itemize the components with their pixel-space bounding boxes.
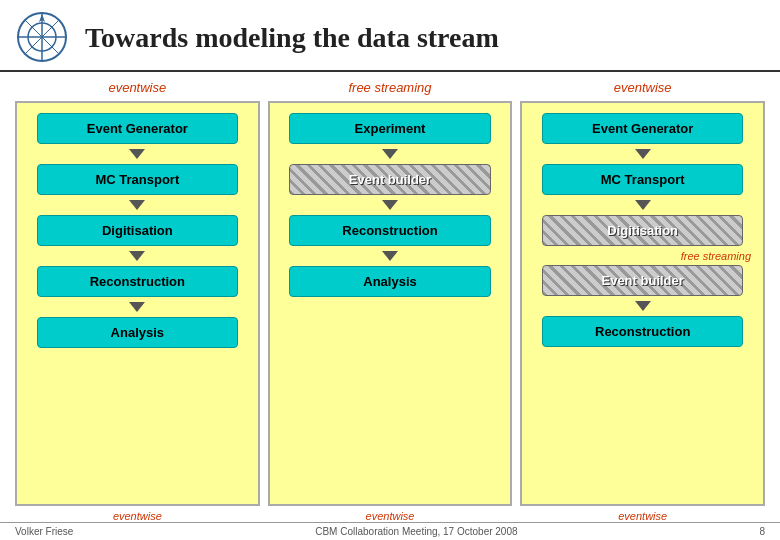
col1-digitisation: Digitisation xyxy=(37,215,238,246)
col3-event-builder: Event builder xyxy=(542,265,743,296)
col3-free-streaming-label: free streaming xyxy=(681,250,751,262)
col2-flow: Experiment Event builder Reconstruction … xyxy=(268,101,513,506)
col1-label: eventwise xyxy=(108,80,166,95)
column-1: eventwise Event Generator MC Transport D… xyxy=(15,80,260,522)
col3-label: eventwise xyxy=(614,80,672,95)
slide: Towards modeling the data stream eventwi… xyxy=(0,0,780,540)
col3-reconstruction: Reconstruction xyxy=(542,316,743,347)
col1-mc-transport: MC Transport xyxy=(37,164,238,195)
column-3: eventwise Event Generator MC Transport D… xyxy=(520,80,765,522)
col2-reconstruction: Reconstruction xyxy=(289,215,490,246)
col1-event-generator: Event Generator xyxy=(37,113,238,144)
col1-flow: Event Generator MC Transport Digitisatio… xyxy=(15,101,260,506)
column-2: free streaming Experiment Event builder … xyxy=(268,80,513,522)
col3-arrow-1 xyxy=(635,149,651,159)
col2-analysis: Analysis xyxy=(289,266,490,297)
col1-arrow-3 xyxy=(129,251,145,261)
page-title: Towards modeling the data stream xyxy=(85,22,499,54)
logo-icon xyxy=(15,10,70,65)
col3-mc-transport: MC Transport xyxy=(542,164,743,195)
col3-digitisation: Digitisation xyxy=(542,215,743,246)
col1-arrow-1 xyxy=(129,149,145,159)
col2-arrow-2 xyxy=(382,200,398,210)
col2-arrow-1 xyxy=(382,149,398,159)
col1-arrow-4 xyxy=(129,302,145,312)
main-content: eventwise Event Generator MC Transport D… xyxy=(0,72,780,522)
footer-author: Volker Friese xyxy=(15,526,73,537)
footer: Volker Friese CBM Collaboration Meeting,… xyxy=(0,522,780,540)
col1-reconstruction: Reconstruction xyxy=(37,266,238,297)
col3-footer-label: eventwise xyxy=(618,510,667,522)
col2-label: free streaming xyxy=(348,80,431,95)
col3-flow: Event Generator MC Transport Digitisatio… xyxy=(520,101,765,506)
footer-conference: CBM Collaboration Meeting, 17 October 20… xyxy=(315,526,517,537)
col2-experiment: Experiment xyxy=(289,113,490,144)
footer-page: 8 xyxy=(759,526,765,537)
header: Towards modeling the data stream xyxy=(0,0,780,72)
col2-event-builder: Event builder xyxy=(289,164,490,195)
col1-footer-label: eventwise xyxy=(113,510,162,522)
col3-arrow-2 xyxy=(635,200,651,210)
col2-arrow-3 xyxy=(382,251,398,261)
col1-arrow-2 xyxy=(129,200,145,210)
col2-footer-label: eventwise xyxy=(366,510,415,522)
col3-arrow-3 xyxy=(635,301,651,311)
col1-analysis: Analysis xyxy=(37,317,238,348)
col3-event-generator: Event Generator xyxy=(542,113,743,144)
